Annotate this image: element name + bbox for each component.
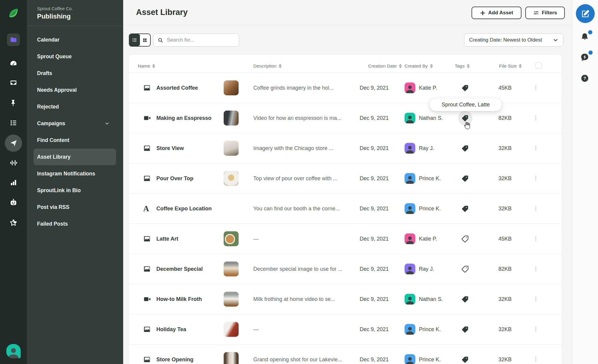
asset-name[interactable]: Making an Esspresso bbox=[156, 115, 211, 121]
tag-icon[interactable] bbox=[458, 232, 472, 246]
asset-name[interactable]: Latte Art bbox=[156, 236, 178, 242]
tag-icon[interactable] bbox=[458, 111, 472, 125]
file-size: 45KB bbox=[498, 236, 512, 242]
asset-thumbnail[interactable] bbox=[224, 322, 239, 337]
row-checkbox[interactable] bbox=[536, 146, 536, 151]
search-input[interactable] bbox=[166, 37, 235, 43]
add-asset-button[interactable]: Add Asset bbox=[472, 7, 521, 19]
column-header-file-size[interactable]: File Size bbox=[499, 63, 522, 69]
sidebar-item-needs-approval[interactable]: Needs Approval bbox=[27, 82, 123, 98]
dashboard-gauge-icon[interactable] bbox=[10, 59, 17, 67]
asset-name[interactable]: Holiday Tea bbox=[156, 326, 186, 333]
tag-icon[interactable] bbox=[458, 262, 472, 276]
creator-name: Katie P. bbox=[419, 85, 437, 91]
asset-description: Milk frothing at home video to se... bbox=[253, 296, 335, 302]
row-checkbox[interactable] bbox=[536, 266, 536, 272]
plus-icon bbox=[480, 10, 486, 16]
asset-name[interactable]: Coffee Expo Location bbox=[156, 206, 212, 212]
tag-filled-icon bbox=[462, 356, 469, 363]
bot-icon[interactable] bbox=[9, 198, 18, 207]
row-checkbox[interactable] bbox=[536, 357, 536, 362]
compose-button[interactable] bbox=[576, 4, 595, 23]
help-icon[interactable]: ? bbox=[580, 74, 589, 82]
asset-description: Grand opening shot for our Lakevie... bbox=[253, 357, 342, 363]
asset-thumbnail[interactable] bbox=[224, 292, 239, 307]
creator-avatar bbox=[405, 324, 415, 335]
tag-icon[interactable] bbox=[458, 141, 472, 155]
inbox-tray-icon[interactable] bbox=[10, 79, 17, 87]
column-header-created-by[interactable]: Created By bbox=[405, 63, 433, 69]
asset-name[interactable]: Store View bbox=[156, 145, 184, 152]
sort-arrows-icon bbox=[430, 64, 433, 68]
sidebar-item-find-content[interactable]: Find Content bbox=[27, 132, 123, 149]
sidebar-item-drafts[interactable]: Drafts bbox=[27, 65, 123, 82]
tag-icon[interactable] bbox=[458, 201, 472, 216]
filters-label: Filters bbox=[542, 10, 557, 16]
tag-icon[interactable] bbox=[458, 352, 472, 364]
row-checkbox[interactable] bbox=[536, 115, 536, 121]
notifications-bell-icon[interactable] bbox=[580, 32, 589, 41]
asset-thumbnail[interactable] bbox=[224, 261, 239, 276]
filters-button[interactable]: Filters bbox=[525, 7, 565, 19]
list-icon[interactable] bbox=[9, 119, 18, 127]
tag-icon[interactable] bbox=[458, 81, 472, 95]
asset-name[interactable]: Assorted Coffee bbox=[156, 85, 198, 91]
tag-icon[interactable] bbox=[458, 292, 472, 306]
sort-dropdown[interactable]: Creating Date: Newest to Oldest bbox=[464, 33, 563, 47]
asset-name[interactable]: Store Opening bbox=[156, 357, 193, 363]
sidebar-item-label: SproutLink in Bio bbox=[37, 187, 81, 194]
column-header-tags[interactable]: Tags bbox=[455, 63, 470, 69]
sidebar-item-failed-posts[interactable]: Failed Posts bbox=[27, 215, 123, 232]
paper-plane-icon[interactable] bbox=[9, 139, 18, 147]
column-header-creation-date[interactable]: Creation Date bbox=[368, 63, 402, 69]
bar-chart-icon[interactable] bbox=[10, 179, 17, 186]
table-row: A Holiday Tea — Dec 9, 2021 Prince K. 32… bbox=[129, 314, 562, 345]
row-checkbox[interactable] bbox=[536, 327, 536, 332]
asset-thumbnail[interactable] bbox=[224, 171, 239, 186]
asset-description: December special image to use for ... bbox=[253, 266, 342, 272]
file-size: 32KB bbox=[498, 296, 512, 302]
sprout-logo-icon[interactable] bbox=[7, 7, 19, 19]
sidebar-item-instagram-notifications[interactable]: Instagram Notifications bbox=[27, 165, 123, 182]
row-checkbox[interactable] bbox=[536, 296, 536, 302]
asset-description: Top view of pour over coffee with ... bbox=[253, 175, 338, 182]
asset-thumbnail[interactable] bbox=[224, 111, 239, 126]
list-view-button[interactable] bbox=[129, 34, 140, 46]
star-icon[interactable] bbox=[9, 218, 18, 227]
asset-thumbnail[interactable] bbox=[224, 80, 239, 95]
asset-thumbnail[interactable] bbox=[224, 141, 239, 156]
column-header-name[interactable]: Name bbox=[138, 63, 155, 69]
sidebar-item-post-via-rss[interactable]: Post via RSS bbox=[27, 199, 123, 215]
sidebar-item-sproutlink-in-bio[interactable]: SproutLink in Bio bbox=[27, 182, 123, 199]
asset-thumbnail[interactable] bbox=[224, 352, 239, 364]
pin-icon[interactable] bbox=[10, 99, 17, 107]
asset-folder-icon[interactable] bbox=[10, 36, 17, 44]
message-lightning-icon[interactable] bbox=[580, 53, 589, 62]
tag-icon[interactable] bbox=[458, 322, 472, 337]
asset-name[interactable]: Pour Over Top bbox=[156, 175, 193, 182]
sidebar-item-sprout-queue[interactable]: Sprout Queue bbox=[27, 48, 123, 65]
grid-view-button[interactable] bbox=[140, 34, 150, 46]
sidebar-item-campaigns[interactable]: Campaigns bbox=[27, 115, 123, 132]
row-checkbox[interactable] bbox=[536, 176, 536, 181]
row-checkbox[interactable] bbox=[536, 206, 536, 211]
search-box[interactable] bbox=[153, 33, 239, 47]
asset-thumbnail[interactable] bbox=[224, 231, 239, 246]
image-icon bbox=[143, 326, 151, 333]
row-checkbox[interactable] bbox=[536, 85, 536, 91]
sidebar-item-calendar[interactable]: Calendar bbox=[27, 31, 123, 48]
row-checkbox[interactable] bbox=[536, 236, 536, 241]
asset-name[interactable]: How-to Milk Froth bbox=[156, 296, 202, 302]
column-header-description[interactable]: Description bbox=[253, 63, 282, 69]
tag-icon[interactable] bbox=[458, 171, 472, 186]
user-avatar[interactable] bbox=[6, 344, 21, 358]
table-body: A Assorted Coffee Coffee grinds imagery … bbox=[129, 73, 562, 364]
asset-name[interactable]: December Special bbox=[156, 266, 203, 272]
view-toggle[interactable] bbox=[129, 33, 151, 47]
sidebar-item-asset-library[interactable]: Asset Library bbox=[33, 149, 116, 165]
select-all-checkbox[interactable] bbox=[536, 62, 542, 69]
svg-text:?: ? bbox=[583, 76, 586, 81]
sidebar-item-rejected[interactable]: Rejected bbox=[27, 98, 123, 115]
audio-wave-icon[interactable] bbox=[9, 159, 18, 167]
tag-filled-icon bbox=[462, 114, 469, 122]
